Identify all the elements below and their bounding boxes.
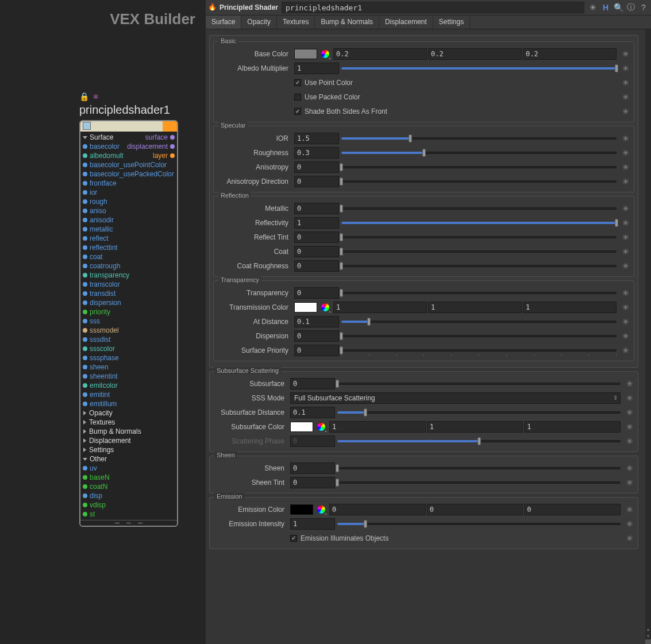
- slider[interactable]: [341, 134, 617, 143]
- node-param-sheentint[interactable]: sheentint: [83, 372, 175, 381]
- network-view[interactable]: VEX Builder 🔒 ≡ principledshader1 Surfac…: [0, 0, 206, 644]
- houdini-help-icon[interactable]: H: [600, 2, 611, 13]
- gear-icon[interactable]: [625, 505, 634, 514]
- color-b-input[interactable]: [524, 504, 621, 515]
- gear-icon[interactable]: [621, 288, 630, 298]
- slider[interactable]: [341, 177, 617, 186]
- node-param-basecolor_usePackedColor[interactable]: basecolor_usePackedColor: [83, 169, 175, 179]
- tab-opacity[interactable]: Opacity: [241, 16, 277, 29]
- checkbox[interactable]: [290, 535, 297, 542]
- gear-icon[interactable]: [621, 247, 630, 256]
- node-param-st[interactable]: st: [83, 510, 175, 519]
- gear-icon[interactable]: [621, 64, 630, 73]
- color-swatch[interactable]: [290, 504, 313, 515]
- slider[interactable]: [337, 478, 621, 487]
- scroll-down-icon[interactable]: ▼: [645, 633, 651, 639]
- gear-icon[interactable]: [621, 233, 630, 242]
- value-input[interactable]: [294, 260, 339, 272]
- slider[interactable]: [337, 464, 621, 473]
- node-param-sss[interactable]: sss: [83, 317, 175, 326]
- node-param-Surface[interactable]: Surfacesurface: [83, 133, 175, 142]
- node-param-emitillum[interactable]: emitillum: [83, 399, 175, 408]
- node-param-coatrough[interactable]: coatrough: [83, 261, 175, 271]
- color-r-input[interactable]: [329, 504, 426, 515]
- slider[interactable]: [341, 288, 617, 298]
- color-swatch[interactable]: [290, 422, 313, 432]
- sss-mode-dropdown[interactable]: Full Subsurface Scattering: [290, 392, 621, 404]
- tab-surface[interactable]: Surface: [206, 16, 241, 29]
- gear-icon[interactable]: [621, 163, 630, 172]
- gear-icon[interactable]: [621, 346, 630, 355]
- node-param-reflect[interactable]: reflect: [83, 234, 175, 243]
- node-param-coatN[interactable]: coatN: [83, 482, 175, 491]
- gear-icon[interactable]: [621, 78, 630, 87]
- gear-icon[interactable]: [625, 422, 634, 431]
- slider[interactable]: [341, 204, 617, 213]
- value-input[interactable]: [294, 176, 339, 187]
- gear-icon[interactable]: [621, 303, 630, 312]
- slider[interactable]: [341, 148, 617, 157]
- gear-icon[interactable]: [621, 204, 630, 213]
- node-param-uv[interactable]: uv: [83, 464, 175, 473]
- gear-icon[interactable]: [625, 437, 634, 446]
- gear-icon[interactable]: [621, 317, 630, 326]
- slider[interactable]: [341, 317, 617, 326]
- color-g-input[interactable]: [427, 504, 523, 515]
- node-param-transcolor[interactable]: transcolor: [83, 280, 175, 289]
- node-param-basecolor_usePointColor[interactable]: basecolor_usePointColor: [83, 160, 175, 169]
- slider[interactable]: [341, 218, 617, 227]
- gear-icon[interactable]: [621, 177, 630, 186]
- value-input[interactable]: [294, 133, 339, 144]
- checkbox[interactable]: [294, 108, 301, 115]
- node-param-sheen[interactable]: sheen: [83, 363, 175, 372]
- gear-icon[interactable]: [625, 478, 634, 487]
- color-r-input[interactable]: [333, 48, 427, 60]
- slider[interactable]: [341, 331, 617, 341]
- slider[interactable]: [337, 519, 621, 529]
- gear-icon[interactable]: [621, 148, 630, 157]
- node-param-frontface[interactable]: frontface: [83, 179, 175, 188]
- value-input[interactable]: [294, 345, 339, 356]
- node-param-aniso[interactable]: aniso: [83, 206, 175, 215]
- tab-settings[interactable]: Settings: [433, 16, 470, 29]
- gear-icon[interactable]: [625, 464, 634, 473]
- color-b-input[interactable]: [524, 421, 621, 433]
- node-param-Bump & Normals[interactable]: Bump & Normals: [83, 427, 175, 436]
- gear-icon[interactable]: [621, 261, 630, 271]
- node-param-sssphase[interactable]: sssphase: [83, 353, 175, 363]
- tab-textures[interactable]: Textures: [277, 16, 315, 29]
- value-input[interactable]: [294, 203, 339, 214]
- node-body[interactable]: Surfacesurfacebasecolordisplacementalbed…: [79, 120, 178, 527]
- node-param-rough[interactable]: rough: [83, 197, 175, 206]
- node-param-ior[interactable]: ior: [83, 188, 175, 197]
- node-param-Settings[interactable]: Settings: [83, 445, 175, 454]
- node-name-field[interactable]: [282, 2, 584, 13]
- node-param-coat[interactable]: coat: [83, 252, 175, 261]
- value-input[interactable]: [290, 518, 335, 530]
- slider[interactable]: [341, 233, 617, 242]
- slider[interactable]: [341, 346, 617, 355]
- node-param-emitint[interactable]: emitint: [83, 390, 175, 399]
- color-r-input[interactable]: [329, 421, 426, 433]
- gear-icon[interactable]: ✳: [588, 2, 598, 13]
- gear-icon[interactable]: [621, 49, 630, 59]
- color-r-input[interactable]: [333, 302, 427, 313]
- value-input[interactable]: [294, 147, 339, 159]
- slider[interactable]: [341, 64, 617, 73]
- value-input[interactable]: [290, 407, 335, 418]
- node-param-anisodir[interactable]: anisodir: [83, 215, 175, 225]
- node-param-reflecttint[interactable]: reflecttint: [83, 243, 175, 252]
- node-param-albedomult[interactable]: albedomultlayer: [83, 151, 175, 160]
- value-input[interactable]: [294, 63, 339, 74]
- color-g-input[interactable]: [428, 48, 522, 60]
- gear-icon[interactable]: [621, 92, 630, 102]
- node-param-ssscolor[interactable]: ssscolor: [83, 344, 175, 353]
- node-param-emitcolor[interactable]: emitcolor: [83, 381, 175, 390]
- color-wheel-icon[interactable]: [317, 505, 326, 514]
- node-param-basecolor[interactable]: basecolordisplacement: [83, 142, 175, 151]
- gear-icon[interactable]: [621, 218, 630, 227]
- gear-icon[interactable]: [621, 331, 630, 341]
- value-input[interactable]: [290, 477, 335, 488]
- node-param-Displacement[interactable]: Displacement: [83, 436, 175, 445]
- tab-bump-normals[interactable]: Bump & Normals: [315, 16, 379, 29]
